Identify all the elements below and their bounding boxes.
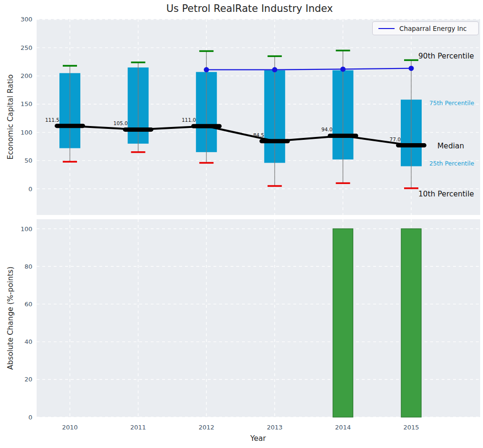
x-tick-label: 2012 — [199, 424, 214, 431]
bottom-y-tick-label: 80 — [24, 263, 32, 270]
legend-line-icon — [378, 28, 395, 29]
x-tick-label: 2011 — [130, 424, 146, 431]
chart-title: Us Petrol RealRate Industry Index — [166, 3, 333, 14]
median-marker-2012 — [191, 124, 222, 128]
median-marker-2015 — [396, 143, 426, 147]
bottom-y-tick-label: 60 — [24, 301, 32, 308]
top-y-tick-label: 50 — [24, 157, 32, 164]
company-dot-2012 — [204, 67, 209, 72]
change-bar-2014 — [333, 229, 353, 417]
median-value-label-2014: 94.0 — [321, 127, 332, 132]
median-value-label-2015: 77.0 — [390, 136, 401, 142]
percentile-annotation-median: Median — [437, 142, 464, 150]
median-value-label-2012: 111.0 — [182, 117, 196, 123]
percentile-annotation-90th-percentile: 90th Percentile — [418, 52, 474, 60]
bottom-y-tick-label: 40 — [24, 338, 32, 345]
x-axis-label: Year — [251, 434, 266, 443]
legend-label: Chaparral Energy Inc — [399, 25, 467, 32]
company-dot-2015 — [409, 66, 414, 71]
percentile-annotation-10th-percentile: 10th Percentile — [418, 190, 474, 198]
company-dot-2013 — [272, 67, 277, 72]
bottom-y-tick-label: 100 — [20, 225, 32, 233]
chart-canvas: 111.5105.0111.084.594.077.00501001502002… — [0, 0, 483, 448]
top-y-tick-label: 250 — [20, 44, 32, 51]
top-y-axis-label: Economic Capital Ratio — [6, 74, 15, 159]
percentile-annotation-75th-percentile: 75th Percentile — [429, 99, 474, 106]
top-y-tick-label: 200 — [20, 72, 32, 79]
percentile-annotation-25th-percentile: 25th Percentile — [429, 159, 474, 166]
x-tick-label: 2014 — [335, 424, 351, 431]
bottom-y-tick-label: 0 — [29, 414, 32, 421]
median-value-label-2010: 111.5 — [45, 117, 59, 123]
bottom-y-tick-label: 20 — [24, 376, 32, 383]
company-dot-2014 — [340, 67, 346, 72]
median-marker-2010 — [55, 124, 85, 128]
figure: 111.5105.0111.084.594.077.00501001502002… — [0, 0, 483, 448]
top-y-tick-label: 100 — [20, 129, 32, 136]
median-marker-2014 — [328, 134, 358, 138]
legend: Chaparral Energy Inc — [372, 21, 479, 35]
x-tick-label: 2010 — [62, 424, 77, 431]
change-bar-2015 — [401, 229, 421, 417]
top-y-tick-label: 150 — [20, 100, 32, 107]
median-marker-2013 — [260, 139, 290, 143]
top-y-tick-label: 0 — [29, 185, 32, 193]
x-tick-label: 2015 — [403, 424, 419, 431]
top-y-tick-label: 300 — [20, 16, 32, 23]
median-value-label-2011: 105.0 — [114, 120, 128, 126]
median-marker-2011 — [123, 127, 154, 132]
bottom-y-axis-label: Absolute Change (%-points) — [6, 267, 15, 370]
median-value-label-2013: 84.5 — [253, 132, 264, 138]
x-tick-label: 2013 — [267, 424, 282, 431]
